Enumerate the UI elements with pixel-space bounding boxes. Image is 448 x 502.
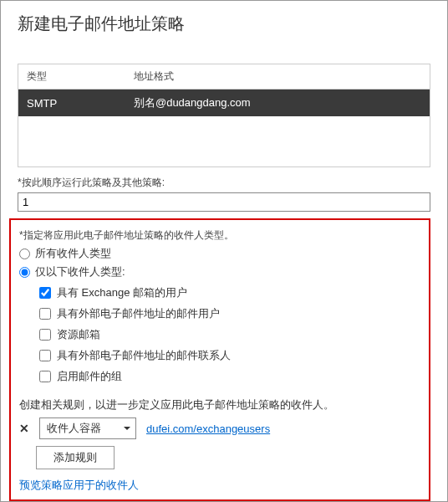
rule-type-dropdown[interactable]: 收件人容器 [39, 417, 136, 439]
cb-external-user[interactable]: 具有外部电子邮件地址的邮件用户 [39, 306, 420, 321]
page-title: 新建电子邮件地址策略 [18, 1, 430, 44]
cb-group-input[interactable] [39, 371, 51, 382]
col-format: 地址格式 [125, 64, 430, 90]
radio-only-input[interactable] [19, 267, 30, 278]
cb-mail-group[interactable]: 启用邮件的组 [39, 369, 420, 384]
radio-all-label: 所有收件人类型 [35, 246, 111, 261]
rule-row: ✕ 收件人容器 dufei.com/exchangeusers [19, 417, 420, 439]
col-type: 类型 [18, 64, 125, 90]
rule-description: 创建相关规则，以进一步定义应用此电子邮件地址策略的收件人。 [19, 397, 420, 412]
cb-contact-input[interactable] [39, 350, 51, 361]
cb-resource-label: 资源邮箱 [57, 327, 100, 342]
order-label: *按此顺序运行此策略及其他策略: [18, 176, 430, 190]
remove-rule-icon[interactable]: ✕ [19, 422, 29, 435]
rule-value-link[interactable]: dufei.com/exchangeusers [146, 423, 270, 435]
cb-group-label: 启用邮件的组 [57, 369, 122, 384]
recipient-type-label: *指定将应用此电子邮件地址策略的收件人类型。 [19, 228, 420, 243]
table-row[interactable]: SMTP 别名@dudangdang.com [18, 90, 430, 117]
cb-contact-label: 具有外部电子邮件地址的邮件联系人 [57, 348, 231, 363]
table-empty [18, 116, 430, 166]
cb-external-label: 具有外部电子邮件地址的邮件用户 [57, 306, 220, 321]
cell-format: 别名@dudangdang.com [125, 90, 430, 117]
cb-external-contact[interactable]: 具有外部电子邮件地址的邮件联系人 [39, 348, 420, 363]
cb-resource-mailbox[interactable]: 资源邮箱 [39, 327, 420, 342]
cb-exchange-input[interactable] [39, 287, 51, 299]
cb-resource-input[interactable] [39, 329, 51, 341]
radio-only-types[interactable]: 仅以下收件人类型: [19, 264, 420, 279]
cell-type: SMTP [18, 90, 125, 117]
cb-exchange-user[interactable]: 具有 Exchange 邮箱的用户 [39, 285, 420, 300]
address-format-table: 类型 地址格式 SMTP 别名@dudangdang.com [18, 64, 430, 167]
cb-external-input[interactable] [39, 308, 51, 320]
radio-all-recipients[interactable]: 所有收件人类型 [19, 246, 420, 261]
add-rule-button[interactable]: 添加规则 [36, 446, 115, 469]
cb-exchange-label: 具有 Exchange 邮箱的用户 [57, 285, 187, 300]
order-input[interactable] [18, 192, 430, 212]
radio-all-input[interactable] [19, 248, 30, 259]
radio-only-label: 仅以下收件人类型: [35, 264, 125, 279]
recipient-type-section: *指定将应用此电子邮件地址策略的收件人类型。 所有收件人类型 仅以下收件人类型:… [9, 218, 430, 501]
preview-recipients-link[interactable]: 预览策略应用于的收件人 [19, 478, 139, 493]
